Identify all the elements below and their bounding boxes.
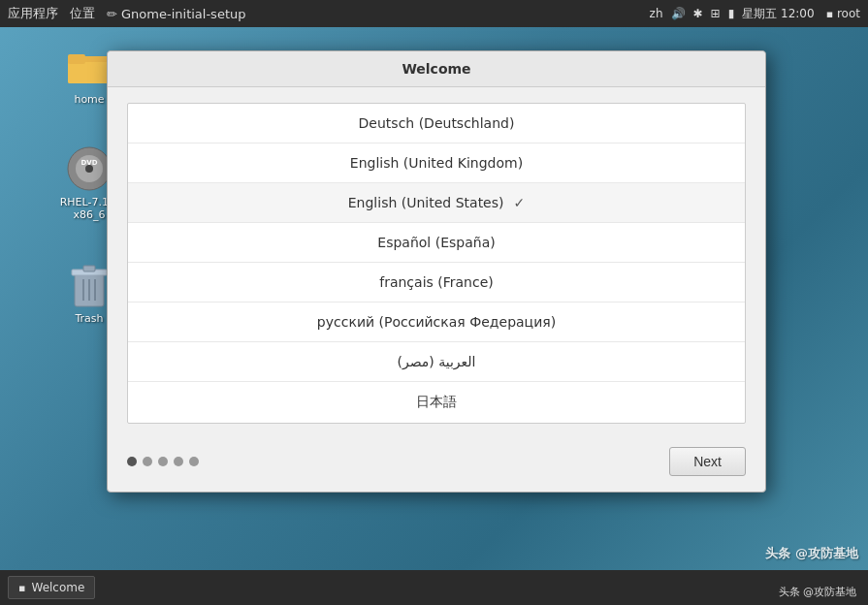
- svg-rect-2: [68, 54, 85, 64]
- dot-4: [174, 457, 183, 466]
- next-button[interactable]: Next: [669, 447, 746, 476]
- lang-item-en-uk[interactable]: English (United Kingdom): [128, 143, 745, 183]
- taskbar-left: 应用程序 位置 ✏ Gnome-initial-setup: [8, 5, 245, 22]
- language-list: Deutsch (Deutschland) English (United Ki…: [127, 103, 746, 424]
- svg-rect-1: [68, 62, 111, 83]
- lang-item-ar[interactable]: العربية (مصر): [128, 342, 745, 382]
- taskbar-top: 应用程序 位置 ✏ Gnome-initial-setup zh 🔊 ✱ ⊞ ▮…: [0, 0, 868, 27]
- bluetooth-icon[interactable]: ✱: [693, 7, 703, 20]
- dialog-titlebar: Welcome: [108, 51, 765, 87]
- dvd-icon: DVD: [66, 145, 113, 192]
- lang-item-es[interactable]: Español (España): [128, 223, 745, 263]
- dialog-title: Welcome: [402, 61, 470, 77]
- selected-checkmark: ✓: [514, 195, 526, 210]
- lang-item-fr[interactable]: français (France): [128, 263, 745, 302]
- taskbar-welcome-item[interactable]: ▪ Welcome: [8, 576, 95, 599]
- app-title: ✏ Gnome-initial-setup: [107, 7, 245, 21]
- desktop: 应用程序 位置 ✏ Gnome-initial-setup zh 🔊 ✱ ⊞ ▮…: [0, 0, 868, 605]
- user-indicator: ▪ root: [826, 7, 860, 20]
- taskbar-right: zh 🔊 ✱ ⊞ ▮ 星期五 12:00 ▪ root: [650, 6, 860, 22]
- dot-1: [127, 457, 137, 466]
- lang-item-en-us[interactable]: English (United States) ✓: [128, 183, 745, 223]
- home-icon-label: home: [74, 93, 104, 106]
- svg-text:DVD: DVD: [80, 159, 97, 167]
- taskbar-bottom-right: 头条 @攻防基地: [779, 585, 857, 599]
- lang-item-de[interactable]: Deutsch (Deutschland): [128, 104, 745, 143]
- dialog-body: Deutsch (Deutschland) English (United Ki…: [108, 87, 765, 435]
- lang-item-ja[interactable]: 日本語: [128, 382, 745, 423]
- watermark-bottom: 头条 @攻防基地: [779, 586, 857, 598]
- dot-2: [143, 457, 152, 466]
- trash-icon-label: Trash: [75, 312, 103, 325]
- home-folder-icon: [66, 43, 113, 89]
- svg-rect-9: [83, 266, 95, 271]
- lang-indicator: zh: [650, 7, 663, 20]
- dialog-footer: Next: [108, 435, 765, 492]
- taskbar-bottom: ▪ Welcome 头条 @攻防基地: [0, 570, 868, 605]
- welcome-dialog: Welcome Deutsch (Deutschland) English (U…: [107, 50, 766, 493]
- watermark: 头条 @攻防基地: [765, 545, 858, 562]
- lang-item-ru[interactable]: русский (Российская Федерация): [128, 302, 745, 342]
- taskbar-welcome-label: Welcome: [31, 581, 84, 594]
- dot-5: [189, 457, 199, 466]
- battery-icon: ▮: [728, 7, 735, 20]
- volume-icon[interactable]: 🔊: [671, 7, 686, 20]
- network-icon[interactable]: ⊞: [711, 7, 721, 20]
- datetime: 星期五 12:00: [742, 6, 814, 22]
- menu-applications[interactable]: 应用程序: [8, 5, 58, 22]
- trash-icon: [66, 262, 113, 308]
- dot-3: [158, 457, 168, 466]
- language-list-scroll[interactable]: Deutsch (Deutschland) English (United Ki…: [128, 104, 745, 423]
- menu-locations[interactable]: 位置: [70, 5, 95, 22]
- page-dots: [127, 457, 199, 466]
